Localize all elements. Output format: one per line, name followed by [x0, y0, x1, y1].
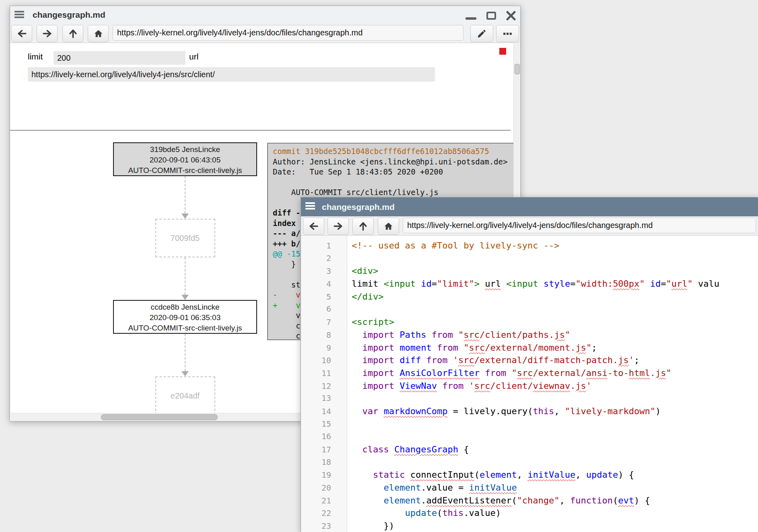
commit-stub-node[interactable]: e204adf	[155, 376, 215, 415]
code-line[interactable]: 23 })	[301, 520, 758, 532]
commit-node-line: 319bde5 JensLincke	[114, 144, 256, 155]
url-bar[interactable]	[113, 25, 463, 41]
home-button[interactable]	[378, 218, 399, 235]
home-button[interactable]	[88, 25, 109, 42]
url-bar[interactable]	[403, 218, 756, 233]
code-line[interactable]: 13	[301, 392, 758, 405]
window-changesgraph-front[interactable]: changesgraph.md 1<!-- used as a #Tool by…	[301, 197, 758, 532]
commit-node[interactable]: 319bde5 JensLincke2020-09-01 06:43:05AUT…	[113, 142, 257, 176]
window-title: changesgraph.md	[322, 197, 395, 216]
code-line[interactable]: 8 import Paths from "src/client/paths.js…	[301, 329, 758, 341]
code-line[interactable]: 15	[301, 418, 758, 431]
code-line[interactable]: 10 import diff from 'src/external/diff-m…	[301, 354, 758, 367]
code-line[interactable]: 2	[301, 252, 758, 265]
code-text: limit <input id="limit"> url <input styl…	[331, 277, 719, 290]
close-icon[interactable]	[506, 11, 516, 21]
line-number: 13	[301, 392, 331, 405]
up-button[interactable]	[352, 218, 374, 235]
back-button[interactable]	[11, 25, 32, 42]
code-text: var markdownComp = lively.query(this, "l…	[331, 405, 661, 418]
line-number: 20	[301, 482, 331, 495]
limit-label: limit	[28, 52, 43, 62]
more-icon	[503, 29, 513, 39]
code-line[interactable]: 5</div>	[301, 290, 758, 303]
code-text: update(this.value)	[331, 507, 501, 520]
arrow-head	[181, 371, 189, 376]
minimize-icon[interactable]	[466, 17, 476, 20]
line-number: 16	[301, 430, 331, 443]
arrow-line	[185, 176, 185, 214]
code-line[interactable]: 19 static connectInput(element, initValu…	[301, 468, 758, 481]
line-number: 14	[301, 405, 331, 418]
source-url-input[interactable]	[28, 67, 435, 82]
commit-node-line: AUTO-COMMIT-src-client-lively.js	[114, 323, 256, 333]
code-line[interactable]: 14 var markdownComp = lively.query(this,…	[301, 405, 758, 418]
code-text: import AnsiColorFilter from "src/externa…	[331, 367, 671, 380]
edit-button[interactable]	[470, 25, 493, 42]
forward-button[interactable]	[328, 218, 349, 235]
desktop: changesgraph.md	[0, 0, 758, 532]
code-text: static connectInput(element, initValue, …	[331, 468, 634, 481]
url-label: url	[189, 52, 198, 62]
home-icon	[383, 221, 393, 231]
line-number: 3	[301, 265, 331, 278]
code-line[interactable]: 22 update(this.value)	[301, 507, 758, 520]
diff-line: Author: JensLincke <jens.lincke@hpi.uni-…	[273, 157, 514, 167]
line-number: 12	[301, 380, 331, 393]
code-text: </div>	[331, 290, 383, 303]
horizontal-scrollbar-thumb[interactable]	[101, 414, 218, 420]
line-number: 10	[301, 354, 331, 367]
line-number: 6	[301, 303, 331, 316]
menu-icon[interactable]	[14, 11, 24, 19]
arrow-up-icon	[68, 29, 78, 39]
arrow-line	[185, 334, 185, 371]
code-line[interactable]: 6	[301, 303, 758, 316]
code-line[interactable]: 4limit <input id="limit"> url <input sty…	[301, 277, 758, 290]
menu-icon[interactable]	[305, 202, 315, 210]
commit-node-line: 2020-09-01 06:35:03	[114, 312, 256, 323]
code-text: <script>	[331, 316, 394, 329]
code-line[interactable]: 3<div>	[301, 265, 758, 277]
front-titlebar[interactable]: changesgraph.md	[301, 197, 758, 216]
up-button[interactable]	[62, 25, 83, 42]
code-text: })	[331, 520, 394, 532]
code-line[interactable]: 16	[301, 430, 758, 443]
forward-button[interactable]	[37, 25, 58, 42]
code-text: import moment from "src/external/moment.…	[331, 341, 597, 354]
code-line[interactable]: 11 import AnsiColorFilter from "src/exte…	[301, 367, 758, 380]
more-button[interactable]	[496, 25, 519, 42]
line-number: 8	[301, 329, 331, 342]
vertical-scrollbar-thumb[interactable]	[515, 64, 520, 74]
code-line[interactable]: 1<!-- used as a #Tool by lively-sync -->	[301, 239, 758, 252]
line-number: 21	[301, 495, 331, 507]
back-button[interactable]	[303, 218, 324, 235]
sync-indicator	[499, 48, 506, 55]
diff-line	[273, 177, 514, 188]
code-editor[interactable]: 1<!-- used as a #Tool by lively-sync -->…	[301, 236, 758, 532]
back-titlebar[interactable]: changesgraph.md	[10, 6, 520, 24]
code-line[interactable]: 17 class ChangesGraph {	[301, 443, 758, 456]
commit-node-line: AUTO-COMMIT-src-client-lively.js	[114, 165, 256, 176]
limit-input[interactable]	[54, 51, 185, 65]
home-icon	[93, 29, 103, 39]
pane-divider	[10, 130, 511, 131]
commit-node-line: 2020-09-01 06:43:05	[114, 155, 256, 165]
code-line[interactable]: 7<script>	[301, 316, 758, 329]
arrow-left-icon	[17, 29, 27, 39]
line-number: 18	[301, 456, 331, 469]
line-number: 4	[301, 278, 331, 291]
commit-node-line: ccdce8b JensLincke	[114, 302, 256, 312]
code-line[interactable]: 20 element.value = initValue	[301, 481, 758, 494]
commit-node[interactable]: ccdce8b JensLincke2020-09-01 06:35:03AUT…	[113, 300, 257, 334]
code-line[interactable]: 9 import moment from "src/external/momen…	[301, 341, 758, 354]
diff-line: commit 319bde525b1048cbcfff6dffe61012ab8…	[273, 146, 514, 157]
line-number: 22	[301, 507, 331, 520]
maximize-icon[interactable]	[486, 12, 496, 20]
line-number: 1	[301, 240, 331, 253]
commit-stub-node[interactable]: 7009fd5	[155, 219, 215, 257]
code-line[interactable]: 12 import ViewNav from 'src/client/viewn…	[301, 380, 758, 392]
code-line[interactable]: 21 element.addEventListener("change", fu…	[301, 494, 758, 507]
code-line[interactable]: 18	[301, 456, 758, 469]
code-text: class ChangesGraph {	[331, 443, 469, 456]
code-text: import Paths from "src/client/paths.js"	[331, 329, 570, 341]
